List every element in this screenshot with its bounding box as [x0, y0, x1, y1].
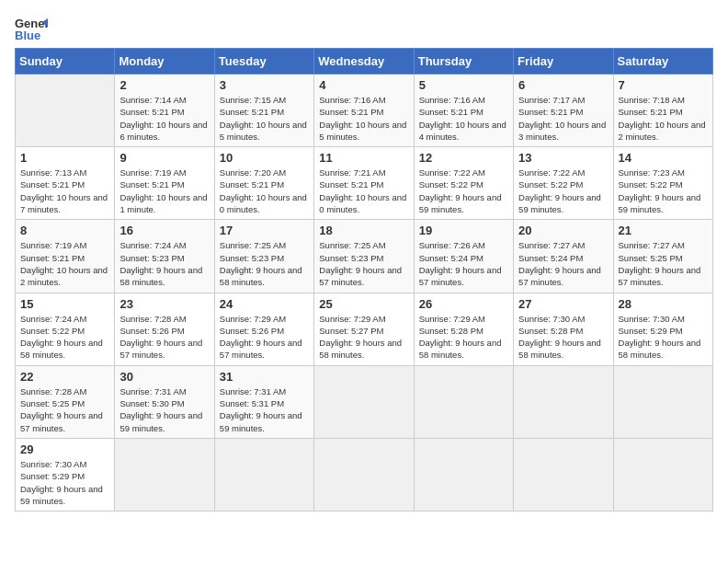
calendar-day-cell: 27Sunrise: 7:30 AMSunset: 5:28 PMDayligh… — [514, 293, 613, 365]
day-info: Sunrise: 7:18 AMSunset: 5:21 PMDaylight:… — [619, 94, 708, 143]
day-info: Sunrise: 7:16 AMSunset: 5:21 PMDaylight:… — [419, 94, 508, 143]
day-of-week-header: Friday — [514, 49, 613, 75]
day-info: Sunrise: 7:30 AMSunset: 5:29 PMDaylight:… — [20, 458, 109, 507]
day-number: 5 — [419, 78, 508, 92]
calendar-week-row: 22Sunrise: 7:28 AMSunset: 5:25 PMDayligh… — [16, 365, 713, 438]
day-info: Sunrise: 7:20 AMSunset: 5:21 PMDaylight:… — [220, 167, 309, 215]
day-info: Sunrise: 7:19 AMSunset: 5:21 PMDaylight:… — [119, 167, 209, 215]
day-info: Sunrise: 7:15 AMSunset: 5:21 PMDaylight:… — [220, 94, 309, 143]
calendar-day-cell: 4Sunrise: 7:16 AMSunset: 5:21 PMDaylight… — [314, 75, 414, 147]
day-info: Sunrise: 7:27 AMSunset: 5:24 PMDaylight:… — [518, 239, 608, 288]
day-number: 19 — [419, 224, 508, 237]
day-number: 29 — [20, 442, 109, 456]
calendar-day-cell: 26Sunrise: 7:29 AMSunset: 5:28 PMDayligh… — [414, 293, 513, 365]
calendar-week-row: 2Sunrise: 7:14 AMSunset: 5:21 PMDaylight… — [16, 75, 713, 147]
day-info: Sunrise: 7:26 AMSunset: 5:24 PMDaylight:… — [419, 239, 508, 288]
day-of-week-header: Monday — [115, 49, 214, 75]
day-number: 6 — [518, 78, 608, 92]
calendar-day-cell — [214, 438, 313, 511]
day-info: Sunrise: 7:29 AMSunset: 5:28 PMDaylight:… — [419, 313, 508, 362]
day-number: 23 — [119, 297, 209, 311]
svg-text:Blue: Blue — [15, 29, 40, 42]
day-info: Sunrise: 7:16 AMSunset: 5:21 PMDaylight:… — [319, 94, 408, 143]
day-info: Sunrise: 7:22 AMSunset: 5:22 PMDaylight:… — [419, 167, 508, 215]
day-number: 15 — [20, 297, 109, 311]
day-number: 26 — [419, 297, 508, 311]
day-info: Sunrise: 7:31 AMSunset: 5:31 PMDaylight:… — [220, 385, 309, 434]
day-of-week-header: Tuesday — [214, 49, 313, 75]
calendar-day-cell: 19Sunrise: 7:26 AMSunset: 5:24 PMDayligh… — [414, 220, 513, 293]
calendar-day-cell: 30Sunrise: 7:31 AMSunset: 5:30 PMDayligh… — [115, 365, 214, 438]
calendar-day-cell: 23Sunrise: 7:28 AMSunset: 5:26 PMDayligh… — [115, 293, 214, 365]
day-info: Sunrise: 7:31 AMSunset: 5:30 PMDaylight:… — [119, 385, 209, 434]
day-info: Sunrise: 7:24 AMSunset: 5:23 PMDaylight:… — [119, 239, 209, 288]
calendar-day-cell: 29Sunrise: 7:30 AMSunset: 5:29 PMDayligh… — [16, 438, 115, 511]
calendar-day-cell: 17Sunrise: 7:25 AMSunset: 5:23 PMDayligh… — [214, 220, 313, 293]
day-number: 11 — [319, 151, 408, 165]
calendar-day-cell — [16, 75, 115, 147]
calendar-table: SundayMondayTuesdayWednesdayThursdayFrid… — [15, 48, 713, 511]
day-info: Sunrise: 7:29 AMSunset: 5:27 PMDaylight:… — [319, 313, 408, 362]
day-number: 30 — [119, 370, 209, 384]
day-info: Sunrise: 7:23 AMSunset: 5:22 PMDaylight:… — [619, 167, 708, 215]
calendar-day-cell: 2Sunrise: 7:14 AMSunset: 5:21 PMDaylight… — [115, 75, 214, 147]
day-number: 24 — [220, 297, 309, 311]
header-row: SundayMondayTuesdayWednesdayThursdayFrid… — [16, 49, 713, 75]
day-number: 10 — [220, 151, 309, 165]
day-number: 12 — [419, 151, 508, 165]
day-info: Sunrise: 7:27 AMSunset: 5:25 PMDaylight:… — [619, 239, 708, 288]
day-info: Sunrise: 7:30 AMSunset: 5:29 PMDaylight:… — [619, 313, 708, 362]
calendar-day-cell: 6Sunrise: 7:17 AMSunset: 5:21 PMDaylight… — [514, 75, 613, 147]
calendar-day-cell — [613, 438, 712, 511]
calendar-day-cell: 9Sunrise: 7:19 AMSunset: 5:21 PMDaylight… — [115, 147, 214, 220]
calendar-day-cell: 11Sunrise: 7:21 AMSunset: 5:21 PMDayligh… — [314, 147, 414, 220]
day-number: 13 — [518, 151, 608, 165]
calendar-day-cell — [613, 365, 712, 438]
day-number: 27 — [518, 297, 608, 311]
calendar-day-cell: 25Sunrise: 7:29 AMSunset: 5:27 PMDayligh… — [314, 293, 414, 365]
day-info: Sunrise: 7:13 AMSunset: 5:21 PMDaylight:… — [20, 167, 109, 215]
day-number: 25 — [319, 297, 408, 311]
day-info: Sunrise: 7:25 AMSunset: 5:23 PMDaylight:… — [319, 239, 408, 288]
day-info: Sunrise: 7:22 AMSunset: 5:22 PMDaylight:… — [518, 167, 608, 215]
calendar-day-cell: 28Sunrise: 7:30 AMSunset: 5:29 PMDayligh… — [613, 293, 712, 365]
day-number: 2 — [119, 78, 209, 92]
day-number: 31 — [220, 370, 309, 384]
day-info: Sunrise: 7:21 AMSunset: 5:21 PMDaylight:… — [319, 167, 408, 215]
day-info: Sunrise: 7:19 AMSunset: 5:21 PMDaylight:… — [20, 239, 109, 288]
calendar-day-cell: 31Sunrise: 7:31 AMSunset: 5:31 PMDayligh… — [214, 365, 313, 438]
calendar-day-cell: 3Sunrise: 7:15 AMSunset: 5:21 PMDaylight… — [214, 75, 313, 147]
calendar-day-cell — [115, 438, 214, 511]
calendar-day-cell — [314, 438, 414, 511]
calendar-day-cell — [514, 365, 613, 438]
calendar-day-cell: 22Sunrise: 7:28 AMSunset: 5:25 PMDayligh… — [16, 365, 115, 438]
day-info: Sunrise: 7:30 AMSunset: 5:28 PMDaylight:… — [518, 313, 608, 362]
page-header: General Blue — [15, 15, 713, 42]
calendar-day-cell: 18Sunrise: 7:25 AMSunset: 5:23 PMDayligh… — [314, 220, 414, 293]
day-number: 3 — [220, 78, 309, 92]
calendar-day-cell: 24Sunrise: 7:29 AMSunset: 5:26 PMDayligh… — [214, 293, 313, 365]
day-info: Sunrise: 7:14 AMSunset: 5:21 PMDaylight:… — [119, 94, 209, 143]
day-number: 17 — [220, 224, 309, 237]
day-of-week-header: Sunday — [16, 49, 115, 75]
day-info: Sunrise: 7:29 AMSunset: 5:26 PMDaylight:… — [220, 313, 309, 362]
calendar-day-cell — [414, 438, 513, 511]
calendar-day-cell: 20Sunrise: 7:27 AMSunset: 5:24 PMDayligh… — [514, 220, 613, 293]
day-number: 1 — [20, 151, 109, 165]
day-of-week-header: Thursday — [414, 49, 513, 75]
day-number: 28 — [619, 297, 708, 311]
day-info: Sunrise: 7:28 AMSunset: 5:25 PMDaylight:… — [20, 385, 109, 434]
day-number: 14 — [619, 151, 708, 165]
calendar-day-cell: 12Sunrise: 7:22 AMSunset: 5:22 PMDayligh… — [414, 147, 513, 220]
day-number: 18 — [319, 224, 408, 237]
day-number: 7 — [619, 78, 708, 92]
calendar-week-row: 1Sunrise: 7:13 AMSunset: 5:21 PMDaylight… — [16, 147, 713, 220]
day-of-week-header: Saturday — [613, 49, 712, 75]
day-number: 16 — [119, 224, 209, 237]
day-number: 21 — [619, 224, 708, 237]
calendar-day-cell: 5Sunrise: 7:16 AMSunset: 5:21 PMDaylight… — [414, 75, 513, 147]
day-number: 22 — [20, 370, 109, 384]
calendar-week-row: 8Sunrise: 7:19 AMSunset: 5:21 PMDaylight… — [16, 220, 713, 293]
calendar-day-cell: 8Sunrise: 7:19 AMSunset: 5:21 PMDaylight… — [16, 220, 115, 293]
calendar-day-cell: 15Sunrise: 7:24 AMSunset: 5:22 PMDayligh… — [16, 293, 115, 365]
